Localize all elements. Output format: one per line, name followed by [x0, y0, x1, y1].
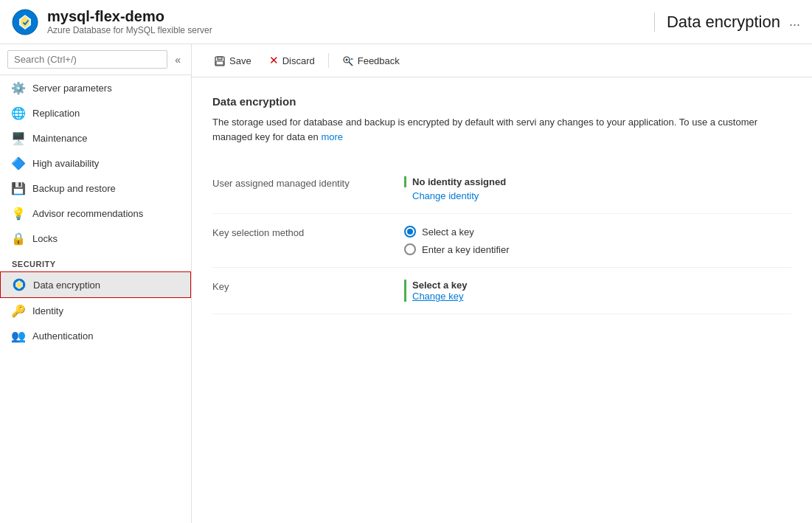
sidebar-item-advisor-recommendations[interactable]: 💡 Advisor recommendations	[0, 201, 191, 226]
radio-group: Select a key Enter a key identifier	[404, 226, 510, 255]
discard-button[interactable]: ✕ Discard	[262, 50, 322, 71]
content-area: Save ✕ Discard Feedback	[192, 44, 812, 523]
discard-label: Discard	[282, 55, 315, 66]
select-key-radio[interactable]: Select a key	[404, 226, 510, 238]
header: mysql-flex-demo Azure Database for MySQL…	[0, 0, 812, 44]
key-form-row: Key Select a key Change key	[212, 268, 791, 314]
discard-icon: ✕	[269, 54, 279, 67]
sidebar-item-backup-restore[interactable]: 💾 Backup and restore	[0, 176, 191, 201]
server-parameters-icon: ⚙️	[12, 81, 25, 94]
key-method-label: Key selection method	[212, 226, 375, 238]
sidebar-item-label: Locks	[32, 233, 58, 244]
identity-icon: 🔑	[12, 304, 25, 317]
sidebar-item-replication[interactable]: 🌐 Replication	[0, 100, 191, 125]
no-identity-text: No identity assigned	[404, 176, 506, 187]
sidebar-item-maintenance[interactable]: 🖥️ Maintenance	[0, 125, 191, 150]
sidebar-item-label: Maintenance	[32, 133, 87, 144]
app-logo	[12, 9, 38, 35]
key-method-form-row: Key selection method Select a key Enter …	[212, 214, 791, 268]
locks-icon: 🔒	[12, 232, 25, 245]
enter-identifier-label: Enter a key identifier	[422, 244, 510, 255]
save-button[interactable]: Save	[207, 50, 259, 71]
select-key-radio-circle	[404, 226, 416, 238]
identity-value: No identity assigned Change identity	[404, 176, 506, 201]
replication-icon: 🌐	[12, 106, 25, 120]
identity-form-row: User assigned managed identity No identi…	[212, 164, 791, 214]
feedback-icon	[342, 54, 354, 67]
content-body: Data encryption The storage used for dat…	[192, 77, 812, 523]
search-bar: «	[0, 44, 191, 75]
content-description: The storage used for database and backup…	[212, 115, 791, 144]
select-a-key-text: Select a key	[412, 280, 467, 291]
ellipsis-menu[interactable]: ...	[789, 14, 800, 30]
main-layout: « ⚙️ Server parameters 🌐 Replication 🖥️ …	[0, 44, 812, 523]
security-section-label: Security	[0, 251, 191, 271]
key-value: Select a key Change key	[404, 280, 467, 302]
sidebar-item-label: Replication	[32, 108, 80, 119]
feedback-button[interactable]: Feedback	[335, 50, 407, 71]
page-title: Data encryption	[654, 13, 780, 32]
backup-restore-icon: 💾	[12, 181, 25, 195]
toolbar-divider	[328, 53, 329, 68]
sidebar-item-label: High availability	[32, 158, 99, 169]
sidebar: « ⚙️ Server parameters 🌐 Replication 🖥️ …	[0, 44, 192, 523]
save-icon	[214, 54, 226, 67]
sidebar-item-label: Authentication	[32, 330, 93, 342]
form-section: User assigned managed identity No identi…	[212, 164, 791, 314]
advisor-icon: 💡	[12, 207, 25, 220]
sidebar-item-data-encryption[interactable]: Data encryption	[0, 271, 191, 298]
sidebar-item-label: Identity	[32, 305, 63, 316]
authentication-icon: 👥	[12, 329, 25, 342]
change-identity-link[interactable]: Change identity	[404, 190, 506, 201]
enter-identifier-radio-circle	[404, 243, 416, 255]
high-availability-icon: 🔷	[12, 156, 25, 170]
key-value-block: Select a key Change key	[404, 280, 467, 302]
sidebar-item-locks[interactable]: 🔒 Locks	[0, 226, 191, 251]
toolbar: Save ✕ Discard Feedback	[192, 44, 812, 77]
sidebar-item-label: Backup and restore	[32, 183, 116, 194]
sidebar-item-high-availability[interactable]: 🔷 High availability	[0, 150, 191, 176]
data-encryption-icon	[13, 278, 26, 291]
svg-rect-4	[216, 61, 223, 65]
maintenance-icon: 🖥️	[12, 131, 25, 145]
enter-identifier-radio[interactable]: Enter a key identifier	[404, 243, 510, 255]
sidebar-item-identity[interactable]: 🔑 Identity	[0, 298, 191, 323]
identity-label: User assigned managed identity	[212, 176, 375, 189]
app-subtitle: Azure Database for MySQL flexible server	[47, 25, 639, 35]
app-title-block: mysql-flex-demo Azure Database for MySQL…	[47, 8, 639, 35]
key-method-value: Select a key Enter a key identifier	[404, 226, 510, 255]
sidebar-item-label: Advisor recommendations	[32, 208, 143, 219]
search-input[interactable]	[7, 50, 167, 69]
svg-rect-3	[218, 57, 222, 60]
sidebar-item-server-parameters[interactable]: ⚙️ Server parameters	[0, 75, 191, 100]
change-key-link[interactable]: Change key	[412, 291, 463, 302]
key-label: Key	[212, 280, 375, 292]
save-label: Save	[229, 55, 251, 66]
collapse-button[interactable]: «	[172, 52, 184, 67]
feedback-label: Feedback	[358, 55, 400, 66]
select-key-label: Select a key	[422, 226, 474, 238]
sidebar-item-label: Data encryption	[33, 280, 100, 291]
svg-point-6	[345, 59, 347, 61]
sidebar-item-label: Server parameters	[32, 83, 112, 94]
sidebar-item-authentication[interactable]: 👥 Authentication	[0, 323, 191, 348]
more-link[interactable]: more	[321, 131, 343, 142]
svg-line-7	[349, 62, 353, 66]
content-title: Data encryption	[212, 95, 791, 108]
app-name: mysql-flex-demo	[47, 8, 639, 25]
